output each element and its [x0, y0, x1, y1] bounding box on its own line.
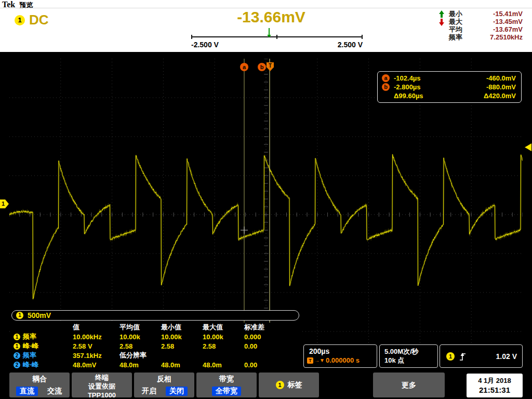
meas-cell: 0.00 — [244, 342, 283, 350]
max-arrow-icon — [439, 19, 444, 26]
cursor-delta-voltage: Δ420.0mV — [484, 91, 516, 100]
volts-per-div-label: 500mV — [28, 311, 51, 320]
cursor-b-badge: b — [382, 83, 390, 91]
col-header-min: 最小值 — [161, 323, 203, 332]
meas-cell: 357.1kHz — [73, 352, 119, 360]
meas-row-name: 1 峰-峰 — [11, 341, 73, 351]
trigger-level-arrow-icon[interactable] — [525, 143, 531, 151]
timebase-box: 200µs T →▼ 0.000000 s — [303, 344, 377, 368]
invert-on-option[interactable]: 开启 — [141, 387, 157, 396]
trigger-flag-icon: T — [307, 357, 313, 364]
meas-cell: 10.00k — [119, 333, 161, 341]
datetime-display: 4 1月 2018 21:51:31 — [467, 374, 523, 397]
measurement-table: 值 平均值 最小值 最大值 标准差 1 频率 10.00kHz 10.00k 1… — [11, 323, 300, 370]
channel-1-badge: 1 — [276, 381, 284, 389]
trigger-box: 1 1.02 V — [440, 344, 523, 368]
meas-cell: 2.58 V — [73, 342, 119, 350]
meas-cell: 10.00kHz — [73, 333, 119, 341]
meas-cell: 0.000 — [244, 333, 283, 341]
meas-row-name: 1 频率 — [11, 332, 73, 341]
menu-bandwidth-title: 带宽 — [196, 373, 257, 384]
channel-1-badge[interactable]: 1 — [16, 312, 23, 319]
stat-row-min: 最小 -15.41mV — [449, 10, 523, 18]
low-resolution-warning: 低分辨率 — [119, 351, 161, 360]
main-voltage-reading: -13.66mV — [206, 8, 336, 26]
menu-more-button[interactable]: 更多 — [373, 373, 445, 397]
scale-tick-left — [191, 35, 192, 39]
top-header: Tek 预览 1 DC -13.66mV -2.500 V 2.500 V 最小… — [0, 0, 532, 52]
cursor-a-time: -102.4µs — [394, 74, 446, 83]
cursor-b-marker[interactable]: b — [258, 63, 266, 71]
meas-cell: 10.00k — [203, 333, 244, 341]
cursor-delta-time: Δ99.60µs — [394, 91, 446, 100]
termination-subtitle: 设置依据 — [72, 381, 132, 390]
col-header-max: 最大值 — [203, 323, 244, 332]
menu-coupling-title: 耦合 — [9, 373, 70, 384]
scale-value-marker-icon — [269, 28, 270, 35]
menu-label-title: 标签 — [288, 380, 302, 390]
meas-row-name: 2 频率 — [11, 351, 73, 360]
trigger-source-badge: 1 — [446, 352, 455, 361]
meas-cell: 48.0m — [119, 361, 161, 369]
coupling-mode-label: DC — [29, 12, 49, 28]
channel-1-ground-marker[interactable]: 1 — [0, 200, 9, 208]
stat-value: -13.45mV — [493, 18, 523, 25]
bandwidth-full-option[interactable]: 全带宽 — [212, 387, 241, 396]
stat-label: 最小 — [449, 10, 462, 18]
time-label: 21:51:31 — [467, 385, 523, 394]
channel-1-badge[interactable]: 1 — [15, 15, 25, 25]
meas-cell: 2.58 — [161, 342, 203, 350]
cursor-b-voltage: -880.0mV — [486, 83, 516, 91]
stat-value: -13.67mV — [493, 25, 523, 33]
channel-2-badge: 2 — [14, 362, 20, 368]
cursor-a-row: a -102.4µs -460.0mV — [382, 74, 516, 83]
stat-label: 频率 — [449, 33, 462, 41]
menu-label-button[interactable]: 1 标签 — [259, 373, 319, 397]
cursor-b-row: b -2.800µs -880.0mV — [382, 83, 516, 91]
acquisition-box: 5.00M次/秒 10k 点 — [379, 344, 438, 368]
meas-cell: 10.00k — [161, 333, 203, 341]
invert-off-option[interactable]: 关闭 — [166, 387, 188, 396]
cursor-b-time: -2.800µs — [394, 83, 446, 91]
stat-row-max: 最大 -13.45mV — [449, 18, 523, 25]
coupling-dc-option[interactable]: 直流 — [16, 387, 38, 396]
meas-cell: 2.58 — [203, 342, 244, 350]
meas-cell: 48.0m — [161, 361, 203, 369]
rising-edge-icon — [459, 351, 466, 362]
meas-cell: 0.00 — [244, 361, 283, 369]
stat-row-frequency: 频率 7.2510kHz — [449, 33, 523, 41]
meas-row-name: 2 峰-峰 — [11, 360, 73, 369]
channel-2-badge: 2 — [14, 352, 20, 359]
channel-1-badge: 1 — [14, 343, 20, 350]
trigger-position-readout: T →▼ 0.000000 s — [304, 356, 377, 364]
coupling-ac-option[interactable]: 交流 — [46, 387, 63, 396]
scale-tick-right — [362, 35, 363, 39]
scale-max-label: 2.500 V — [311, 41, 363, 49]
cursor-a-voltage: -460.0mV — [486, 74, 516, 83]
termination-probe: TPP1000 — [72, 390, 132, 399]
stat-value: 7.2510kHz — [490, 33, 523, 41]
cursor-delta-row: Δ99.60µs Δ420.0mV — [382, 91, 516, 100]
menu-coupling-button[interactable]: 耦合 直流 交流 — [9, 373, 70, 397]
voltage-scale-bar — [191, 36, 363, 37]
oscilloscope-screen: { "brand": { "logo": "Tek", "mode": "预览"… — [0, 0, 532, 399]
col-header-mean: 平均值 — [119, 323, 161, 332]
menu-bandwidth-button[interactable]: 带宽 全带宽 — [196, 373, 257, 397]
trigger-arrow-icon: →▼ — [314, 357, 325, 363]
date-label: 4 1月 2018 — [467, 374, 523, 385]
stat-label: 平均 — [449, 25, 462, 33]
statistics-panel: 最小 -15.41mV 最大 -13.45mV 平均 -13.67mV 频率 7… — [449, 10, 523, 41]
scale-min-label: -2.500 V — [191, 41, 219, 49]
stat-value: -15.41mV — [493, 10, 523, 18]
min-arrow-icon — [439, 10, 444, 18]
record-length: 10k 点 — [384, 356, 437, 365]
scale-tick-center — [276, 35, 277, 39]
menu-invert-button[interactable]: 反相 开启 关闭 — [134, 373, 194, 397]
col-header-std: 标准差 — [244, 323, 283, 332]
menu-invert-title: 反相 — [134, 373, 194, 384]
termination-title: 终端 — [72, 373, 132, 381]
menu-termination-button[interactable]: 终端 设置依据 TPP1000 — [72, 373, 132, 397]
channel-scale-box: 1 500mV — [11, 310, 299, 321]
cursor-a-marker[interactable]: a — [240, 63, 248, 71]
meas-cell: 2.58 — [119, 342, 161, 350]
